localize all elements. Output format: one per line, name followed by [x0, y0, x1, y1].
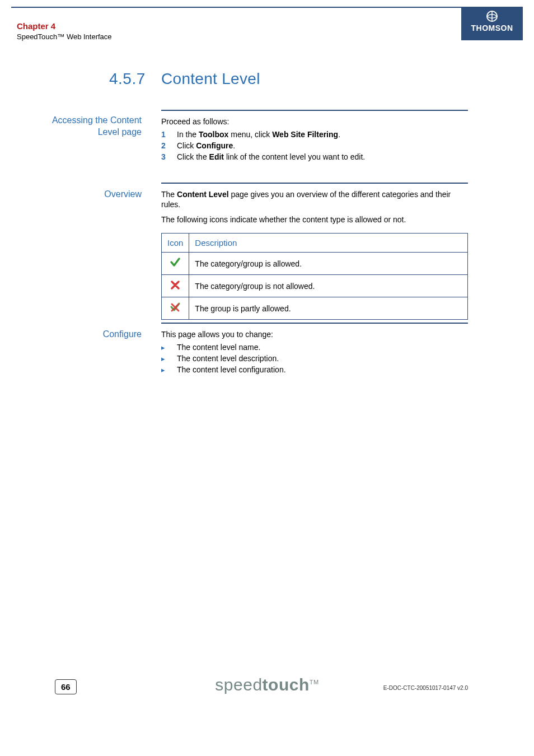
access-steps: 1 In the Toolbox menu, click Web Site Fi…: [161, 130, 468, 161]
text-bold: Toolbox: [199, 130, 228, 139]
document-id: E-DOC-CTC-20051017-0147 v2.0: [383, 685, 468, 691]
th-icon: Icon: [162, 234, 189, 253]
top-rule: [11, 7, 523, 8]
table-row: The category/group is allowed.: [162, 253, 468, 275]
step-number: 2: [161, 141, 177, 150]
text-bold: Content Level: [177, 190, 229, 199]
margin-label-overview: Overview: [41, 189, 142, 200]
section-number: 4.5.7: [109, 70, 146, 88]
step-text: In the Toolbox menu, click Web Site Filt…: [177, 130, 340, 139]
brand-name: THOMSON: [461, 24, 523, 32]
list-item: ▸The content level configuration.: [161, 365, 468, 374]
list-item: 2 Click Configure.: [161, 141, 468, 150]
section-access: Proceed as follows: 1 In the Toolbox men…: [161, 110, 468, 164]
text: menu, click: [228, 130, 272, 139]
not-allowed-icon: [162, 275, 189, 297]
bullet-icon: ▸: [161, 366, 177, 374]
table-row: The group is partly allowed.: [162, 297, 468, 320]
partly-allowed-icon: [162, 297, 189, 320]
step-text: Click Configure.: [177, 141, 235, 150]
margin-label-access: Accessing the Content Level page: [41, 115, 142, 138]
step-text: Click the Edit link of the content level…: [177, 152, 365, 161]
logo-tm: TM: [310, 679, 319, 685]
globe-icon: [485, 10, 499, 22]
text-bold: Edit: [209, 152, 224, 161]
icon-description-table: Icon Description The category/group is a…: [161, 233, 468, 320]
cell-description: The category/group is not allowed.: [189, 275, 468, 297]
chapter-subtitle: SpeedTouch™ Web Interface: [17, 32, 112, 41]
section-overview: The Content Level page gives you an over…: [161, 183, 468, 320]
text: The: [161, 190, 177, 199]
text: .: [338, 130, 340, 139]
list-item: ▸The content level description.: [161, 354, 468, 363]
cell-description: The group is partly allowed.: [189, 297, 468, 320]
page: Chapter 4 SpeedTouch™ Web Interface THOM…: [0, 0, 534, 756]
list-item: ▸The content level name.: [161, 343, 468, 352]
section-title: Content Level: [161, 70, 260, 88]
text: .: [233, 141, 235, 150]
text-bold: Web Site Filtering: [272, 130, 338, 139]
cell-description: The category/group is allowed.: [189, 253, 468, 275]
text: Click: [177, 141, 196, 150]
allowed-icon: [162, 253, 189, 275]
margin-label-configure: Configure: [41, 329, 142, 340]
table-row: The category/group is not allowed.: [162, 275, 468, 297]
list-item: 3 Click the Edit link of the content lev…: [161, 152, 468, 161]
step-number: 3: [161, 152, 177, 161]
configure-intro: This page allows you to change:: [161, 329, 468, 340]
text: link of the content level you want to ed…: [224, 152, 365, 161]
bullet-text: The content level name.: [177, 343, 260, 352]
bullet-text: The content level configuration.: [177, 365, 286, 374]
overview-p2: The following icons indicate whether the…: [161, 214, 468, 225]
list-item: 1 In the Toolbox menu, click Web Site Fi…: [161, 130, 468, 139]
logo-part-b: touch: [263, 675, 310, 694]
brand-logo: THOMSON: [461, 7, 523, 40]
bullet-text: The content level description.: [177, 354, 279, 363]
step-number: 1: [161, 130, 177, 139]
bullet-icon: ▸: [161, 354, 177, 363]
th-description: Description: [189, 234, 468, 253]
text: Click the: [177, 152, 209, 161]
text-bold: Configure: [196, 141, 233, 150]
text: In the: [177, 130, 199, 139]
configure-list: ▸The content level name. ▸The content le…: [161, 343, 468, 374]
overview-p1: The Content Level page gives you an over…: [161, 189, 468, 211]
section-configure: This page allows you to change: ▸The con…: [161, 323, 468, 376]
bullet-icon: ▸: [161, 343, 177, 352]
logo-part-a: speed: [215, 675, 262, 694]
access-intro: Proceed as follows:: [161, 116, 468, 127]
chapter-label: Chapter 4: [17, 21, 55, 31]
table-header-row: Icon Description: [162, 234, 468, 253]
